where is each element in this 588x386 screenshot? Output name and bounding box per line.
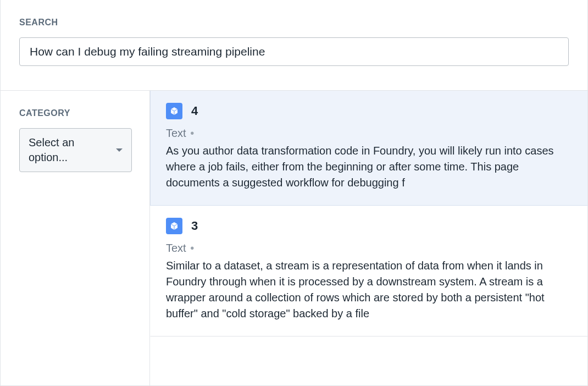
search-label: SEARCH xyxy=(19,18,569,27)
category-dropdown[interactable]: Select an option... xyxy=(19,128,132,172)
card-type: Text xyxy=(166,242,186,254)
card-body: As you author data transformation code i… xyxy=(166,143,572,191)
dropdown-placeholder: Select an option... xyxy=(29,135,110,165)
lower-section: CATEGORY Select an option... 4 xyxy=(1,91,587,385)
app-container: SEARCH CATEGORY Select an option... xyxy=(0,0,588,386)
card-body: Similar to a dataset, a stream is a repr… xyxy=(166,258,572,322)
card-meta: Text • xyxy=(166,127,572,140)
results-list: 4 Text • As you author data transformati… xyxy=(150,91,587,385)
bullet-separator: • xyxy=(187,242,195,254)
card-number: 3 xyxy=(191,219,198,233)
result-card[interactable]: 4 Text • As you author data transformati… xyxy=(150,91,587,206)
search-input[interactable] xyxy=(19,37,569,66)
category-label: CATEGORY xyxy=(19,108,131,118)
card-type: Text xyxy=(166,127,186,139)
sidebar: CATEGORY Select an option... xyxy=(1,91,150,385)
search-section: SEARCH xyxy=(1,0,587,91)
card-number: 4 xyxy=(191,104,198,118)
result-card[interactable]: 3 Text • Similar to a dataset, a stream … xyxy=(150,206,587,337)
cube-icon xyxy=(166,218,182,234)
bullet-separator: • xyxy=(187,127,195,139)
card-header: 3 xyxy=(166,218,572,234)
card-meta: Text • xyxy=(166,242,572,255)
chevron-down-icon xyxy=(116,148,123,152)
card-header: 4 xyxy=(166,103,572,119)
cube-icon xyxy=(166,103,182,119)
